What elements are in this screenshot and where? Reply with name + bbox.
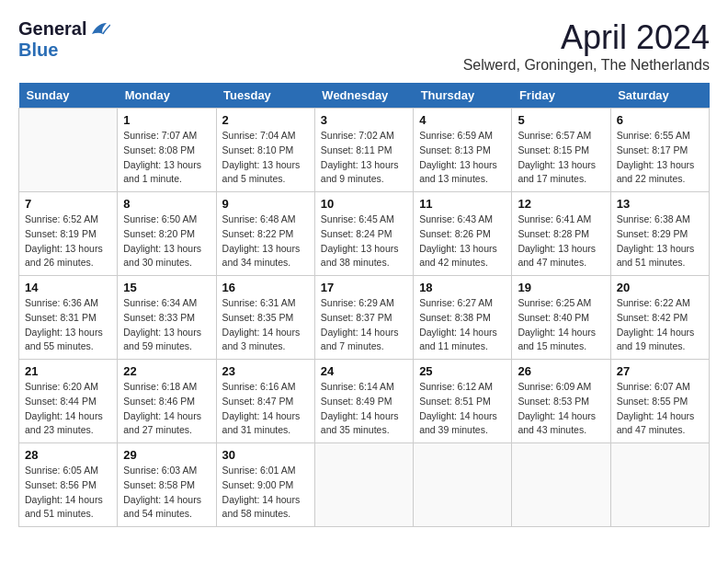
- sunset-text: Sunset: 8:35 PM: [222, 312, 294, 323]
- sunrise-text: Sunrise: 6:16 AM: [222, 381, 296, 392]
- calendar-cell: 30 Sunrise: 6:01 AM Sunset: 9:00 PM Dayl…: [216, 443, 314, 527]
- day-number: 10: [321, 197, 407, 211]
- day-number: 5: [518, 113, 604, 127]
- daylight-text: Daylight: 13 hours and 38 minutes.: [321, 243, 399, 269]
- calendar-cell: 12 Sunrise: 6:41 AM Sunset: 8:28 PM Dayl…: [512, 192, 610, 276]
- daylight-text: Daylight: 13 hours and 9 minutes.: [321, 159, 399, 185]
- day-number: 20: [617, 281, 703, 294]
- day-info: Sunrise: 6:27 AM Sunset: 8:38 PM Dayligh…: [419, 296, 506, 354]
- sunset-text: Sunset: 8:08 PM: [123, 144, 195, 155]
- day-info: Sunrise: 7:04 AM Sunset: 8:10 PM Dayligh…: [222, 129, 309, 187]
- sunrise-text: Sunrise: 6:50 AM: [123, 213, 197, 224]
- day-info: Sunrise: 6:01 AM Sunset: 9:00 PM Dayligh…: [222, 464, 309, 522]
- day-number: 12: [518, 197, 604, 211]
- calendar-cell: 24 Sunrise: 6:14 AM Sunset: 8:49 PM Dayl…: [314, 360, 413, 443]
- sunrise-text: Sunrise: 6:55 AM: [617, 130, 690, 141]
- day-info: Sunrise: 6:20 AM Sunset: 8:44 PM Dayligh…: [25, 380, 111, 438]
- day-number: 11: [419, 197, 506, 211]
- calendar-cell: 16 Sunrise: 6:31 AM Sunset: 8:35 PM Dayl…: [216, 276, 314, 360]
- sunrise-text: Sunrise: 6:43 AM: [419, 213, 493, 224]
- calendar-cell: 28 Sunrise: 6:05 AM Sunset: 8:56 PM Dayl…: [19, 443, 118, 527]
- sunrise-text: Sunrise: 6:31 AM: [222, 297, 296, 308]
- calendar-cell: 5 Sunrise: 6:57 AM Sunset: 8:15 PM Dayli…: [512, 109, 610, 192]
- day-info: Sunrise: 6:22 AM Sunset: 8:42 PM Dayligh…: [617, 296, 703, 354]
- sunrise-text: Sunrise: 6:36 AM: [25, 297, 98, 308]
- day-info: Sunrise: 6:38 AM Sunset: 8:29 PM Dayligh…: [617, 213, 703, 270]
- sunrise-text: Sunrise: 6:27 AM: [419, 297, 493, 308]
- sunrise-text: Sunrise: 6:45 AM: [321, 213, 394, 224]
- daylight-text: Daylight: 14 hours and 51 minutes.: [25, 494, 103, 520]
- logo-blue-text: Blue: [18, 40, 58, 61]
- daylight-text: Daylight: 14 hours and 43 minutes.: [518, 410, 596, 436]
- day-info: Sunrise: 6:07 AM Sunset: 8:55 PM Dayligh…: [617, 380, 703, 438]
- sunset-text: Sunset: 8:13 PM: [419, 144, 491, 155]
- day-number: 16: [222, 281, 309, 294]
- day-number: 26: [518, 364, 604, 378]
- calendar-cell: 10 Sunrise: 6:45 AM Sunset: 8:24 PM Dayl…: [314, 192, 413, 276]
- day-info: Sunrise: 6:59 AM Sunset: 8:13 PM Dayligh…: [419, 129, 506, 187]
- day-number: 27: [617, 364, 703, 378]
- sunrise-text: Sunrise: 6:03 AM: [123, 465, 197, 476]
- day-info: Sunrise: 6:29 AM Sunset: 8:37 PM Dayligh…: [321, 296, 407, 354]
- calendar-week-2: 7 Sunrise: 6:52 AM Sunset: 8:19 PM Dayli…: [19, 192, 710, 276]
- sunset-text: Sunset: 8:17 PM: [617, 144, 688, 155]
- day-number: 7: [25, 197, 111, 211]
- title-section: April 2024 Selwerd, Groningen, The Nethe…: [463, 18, 710, 74]
- day-info: Sunrise: 6:36 AM Sunset: 8:31 PM Dayligh…: [25, 296, 111, 354]
- day-info: Sunrise: 6:03 AM Sunset: 8:58 PM Dayligh…: [123, 464, 210, 522]
- calendar-cell: 15 Sunrise: 6:34 AM Sunset: 8:33 PM Dayl…: [118, 276, 216, 360]
- dow-header-wednesday: Wednesday: [314, 83, 413, 109]
- day-number: 6: [617, 113, 703, 127]
- daylight-text: Daylight: 13 hours and 17 minutes.: [518, 159, 596, 185]
- sunrise-text: Sunrise: 6:14 AM: [321, 381, 394, 392]
- sunrise-text: Sunrise: 6:05 AM: [25, 465, 98, 476]
- calendar-cell: 6 Sunrise: 6:55 AM Sunset: 8:17 PM Dayli…: [610, 109, 709, 192]
- sunset-text: Sunset: 8:29 PM: [617, 228, 688, 239]
- daylight-text: Daylight: 13 hours and 22 minutes.: [617, 159, 695, 185]
- sunset-text: Sunset: 8:22 PM: [222, 228, 294, 239]
- calendar-cell: [610, 443, 709, 527]
- day-info: Sunrise: 6:45 AM Sunset: 8:24 PM Dayligh…: [321, 213, 407, 270]
- daylight-text: Daylight: 13 hours and 26 minutes.: [25, 243, 103, 269]
- day-number: 24: [321, 364, 407, 378]
- sunset-text: Sunset: 8:47 PM: [222, 396, 294, 407]
- calendar-cell: 2 Sunrise: 7:04 AM Sunset: 8:10 PM Dayli…: [216, 109, 314, 192]
- sunset-text: Sunset: 8:24 PM: [321, 228, 392, 239]
- sunrise-text: Sunrise: 6:09 AM: [518, 381, 591, 392]
- sunset-text: Sunset: 8:42 PM: [617, 312, 688, 323]
- sunrise-text: Sunrise: 6:34 AM: [123, 297, 197, 308]
- daylight-text: Daylight: 13 hours and 59 minutes.: [123, 327, 201, 352]
- sunset-text: Sunset: 8:44 PM: [25, 396, 97, 407]
- sunset-text: Sunset: 8:33 PM: [123, 312, 195, 323]
- sunrise-text: Sunrise: 6:41 AM: [518, 213, 591, 224]
- sunset-text: Sunset: 8:31 PM: [25, 312, 97, 323]
- day-info: Sunrise: 6:34 AM Sunset: 8:33 PM Dayligh…: [123, 296, 210, 354]
- dow-header-saturday: Saturday: [610, 83, 709, 109]
- sunset-text: Sunset: 8:20 PM: [123, 228, 195, 239]
- calendar-cell: 18 Sunrise: 6:27 AM Sunset: 8:38 PM Dayl…: [414, 276, 512, 360]
- day-number: 21: [25, 364, 111, 378]
- logo-bird-icon: [90, 21, 110, 38]
- dow-header-sunday: Sunday: [19, 83, 118, 109]
- day-info: Sunrise: 6:14 AM Sunset: 8:49 PM Dayligh…: [321, 380, 407, 438]
- day-number: 30: [222, 448, 309, 462]
- calendar-cell: 3 Sunrise: 7:02 AM Sunset: 8:11 PM Dayli…: [314, 109, 413, 192]
- sunrise-text: Sunrise: 6:22 AM: [617, 297, 690, 308]
- day-info: Sunrise: 7:02 AM Sunset: 8:11 PM Dayligh…: [321, 129, 407, 187]
- sunset-text: Sunset: 8:37 PM: [321, 312, 392, 323]
- calendar-cell: 27 Sunrise: 6:07 AM Sunset: 8:55 PM Dayl…: [610, 360, 709, 443]
- day-number: 14: [25, 281, 111, 294]
- sunset-text: Sunset: 8:28 PM: [518, 228, 589, 239]
- daylight-text: Daylight: 14 hours and 31 minutes.: [222, 410, 301, 436]
- calendar-cell: 1 Sunrise: 7:07 AM Sunset: 8:08 PM Dayli…: [118, 109, 216, 192]
- logo: General Blue: [18, 18, 110, 61]
- calendar-cell: [19, 109, 118, 192]
- dow-header-tuesday: Tuesday: [216, 83, 314, 109]
- calendar-table: SundayMondayTuesdayWednesdayThursdayFrid…: [18, 83, 710, 527]
- daylight-text: Daylight: 13 hours and 30 minutes.: [123, 243, 201, 269]
- sunset-text: Sunset: 8:26 PM: [419, 228, 491, 239]
- daylight-text: Daylight: 13 hours and 1 minute.: [123, 159, 201, 185]
- calendar-cell: [512, 443, 610, 527]
- day-info: Sunrise: 7:07 AM Sunset: 8:08 PM Dayligh…: [123, 129, 210, 187]
- day-number: 2: [222, 113, 309, 127]
